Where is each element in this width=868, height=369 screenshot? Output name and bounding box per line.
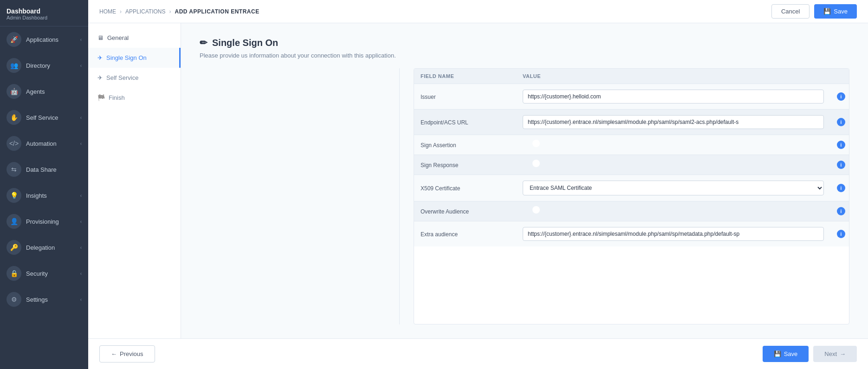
chevron-icon: ‹ — [80, 141, 82, 146]
sidebar: Dashboard Admin Dashboard 🚀 Applications… — [0, 0, 88, 369]
breadcrumb-home[interactable]: HOME — [99, 8, 116, 15]
selfservice-step-icon: ✈ — [97, 74, 103, 81]
value-cell: Entrace SAML Certificate — [516, 175, 830, 201]
prev-arrow-icon: ← — [111, 350, 117, 357]
wizard-step-selfservice[interactable]: ✈ Self Service — [88, 68, 181, 88]
sidebar-item-security[interactable]: 🔒 Security ‹ — [0, 260, 88, 286]
field-label: Sign Response — [421, 162, 458, 168]
finish-step-icon: 🏁 — [97, 94, 105, 101]
value-cell — [516, 110, 830, 135]
sso-table: FIELD NAME VALUE Issuer i — [414, 68, 849, 324]
sidebar-item-automation[interactable]: </> Automation ‹ — [0, 130, 88, 156]
save-button-top[interactable]: 💾 Save — [814, 4, 857, 19]
previous-button[interactable]: ← Previous — [99, 345, 155, 363]
extra-audience-input[interactable] — [523, 227, 824, 241]
chevron-icon: ‹ — [80, 115, 82, 120]
table-row: Sign Response i — [414, 155, 849, 175]
bottom-bar: ← Previous 💾 Save Next → — [88, 338, 868, 369]
sidebar-item-label: Applications — [26, 36, 58, 43]
sidebar-item-label: Automation — [26, 140, 57, 147]
table-row: Overwrite Audience i — [414, 201, 849, 221]
info-icon[interactable]: i — [837, 141, 845, 149]
breadcrumb-sep1: › — [120, 8, 122, 15]
endpoint-acs-input[interactable] — [523, 115, 824, 129]
chevron-icon: ‹ — [80, 219, 82, 224]
chevron-icon: ‹ — [80, 193, 82, 198]
chevron-icon: ‹ — [80, 63, 82, 68]
info-cell: i — [830, 155, 849, 175]
topbar-actions: Cancel 💾 Save — [771, 4, 857, 19]
bottom-right-actions: 💾 Save Next → — [763, 346, 857, 362]
sidebar-item-directory[interactable]: 👥 Directory ‹ — [0, 52, 88, 78]
value-cell — [516, 136, 830, 154]
selfservice-icon: ✋ — [6, 110, 21, 125]
info-icon[interactable]: i — [837, 92, 845, 101]
table-row: X509 Certificate Entrace SAML Certificat… — [414, 175, 849, 201]
info-icon[interactable]: i — [837, 118, 845, 126]
save-icon: 💾 — [823, 8, 831, 15]
sidebar-item-delegation[interactable]: 🔑 Delegation ‹ — [0, 234, 88, 260]
automation-icon: </> — [6, 136, 21, 151]
applications-icon: 🚀 — [6, 32, 21, 47]
breadcrumb-applications[interactable]: APPLICATIONS — [125, 8, 165, 15]
form-title: ✏ Single Sign On — [200, 37, 849, 48]
agents-icon: 🤖 — [6, 84, 21, 99]
next-arrow-icon: → — [840, 350, 846, 357]
general-step-icon: 🖥 — [97, 34, 104, 41]
sidebar-item-datashare[interactable]: ⇆ Data Share — [0, 156, 88, 182]
field-label: Sign Assertion — [421, 142, 456, 149]
field-label: Endpoint/ACS URL — [421, 119, 468, 126]
cancel-button[interactable]: Cancel — [771, 4, 810, 19]
datashare-icon: ⇆ — [6, 162, 21, 177]
field-label: Extra audience — [421, 231, 458, 238]
wizard-step-label: Single Sign On — [106, 54, 147, 61]
field-name-header: FIELD NAME — [414, 69, 516, 84]
sidebar-item-provisioning[interactable]: 👤 Provisioning ‹ — [0, 208, 88, 234]
form-left-panel — [200, 68, 385, 324]
info-icon[interactable]: i — [837, 161, 845, 169]
table-row: Sign Assertion i — [414, 135, 849, 155]
info-icon[interactable]: i — [837, 230, 845, 238]
info-icon[interactable]: i — [837, 184, 845, 192]
sidebar-brand-subtitle: Admin Dashboard — [6, 15, 82, 20]
sidebar-item-selfservice[interactable]: ✋ Self Service ‹ — [0, 104, 88, 130]
wizard-step-finish[interactable]: 🏁 Finish — [88, 88, 181, 108]
sidebar-item-settings[interactable]: ⚙ Settings ‹ — [0, 286, 88, 312]
info-cell: i — [830, 224, 849, 244]
save-icon-bottom: 💾 — [774, 350, 781, 357]
info-cell: i — [830, 201, 849, 221]
table-row: Endpoint/ACS URL i — [414, 110, 849, 135]
provisioning-icon: 👤 — [6, 214, 21, 229]
sidebar-brand-title: Dashboard — [6, 7, 82, 15]
directory-icon: 👥 — [6, 58, 21, 73]
info-icon[interactable]: i — [837, 207, 845, 215]
value-cell — [516, 84, 830, 109]
sidebar-item-agents[interactable]: 🤖 Agents — [0, 78, 88, 104]
sidebar-item-label: Directory — [26, 62, 50, 69]
wizard-step-general[interactable]: 🖥 General — [88, 28, 181, 48]
sidebar-item-label: Agents — [26, 88, 45, 95]
save-button-bottom[interactable]: 💾 Save — [763, 346, 809, 362]
field-name-cell: Extra audience — [414, 225, 516, 243]
sso-step-icon: ✈ — [97, 54, 103, 61]
sidebar-item-label: Provisioning — [26, 218, 59, 225]
breadcrumb: HOME › APPLICATIONS › ADD APPLICATION EN… — [99, 8, 259, 15]
sidebar-item-applications[interactable]: 🚀 Applications ‹ — [0, 26, 88, 52]
wizard-step-sso[interactable]: ✈ Single Sign On — [88, 48, 181, 68]
sidebar-item-insights[interactable]: 💡 Insights ‹ — [0, 182, 88, 208]
breadcrumb-current: ADD APPLICATION ENTRACE — [175, 8, 259, 15]
content-area: 🖥 General ✈ Single Sign On ✈ Self Servic… — [88, 23, 868, 338]
form-area: ✏ Single Sign On Please provide us infor… — [181, 23, 868, 338]
form-header: ✏ Single Sign On Please provide us infor… — [200, 37, 849, 59]
sidebar-item-label: Security — [26, 270, 48, 277]
sidebar-brand: Dashboard Admin Dashboard — [0, 0, 88, 26]
insights-icon: 💡 — [6, 188, 21, 203]
next-button[interactable]: Next → — [813, 346, 857, 362]
issuer-input[interactable] — [523, 90, 824, 104]
value-cell — [516, 202, 830, 220]
sidebar-item-label: Insights — [26, 192, 47, 199]
sidebar-item-label: Delegation — [26, 244, 55, 251]
value-cell — [516, 156, 830, 174]
field-label: Issuer — [421, 94, 436, 100]
x509-certificate-select[interactable]: Entrace SAML Certificate — [523, 181, 824, 195]
